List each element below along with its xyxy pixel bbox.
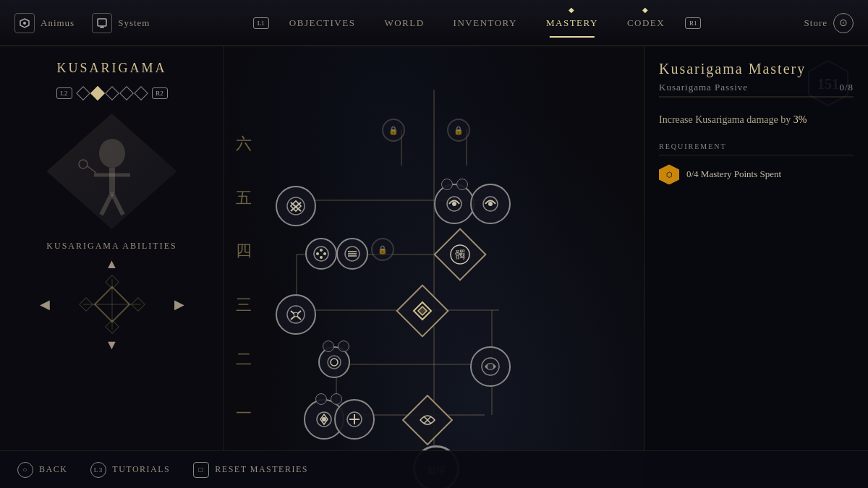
skill-row4-node2 [336, 238, 368, 270]
requirement-row: ⬡ 0/4 Mastery Points Spent [659, 164, 854, 184]
tab-inventory[interactable]: Inventory [442, 12, 529, 35]
tab-mastery[interactable]: ◆ Mastery [535, 12, 610, 35]
svg-point-37 [488, 364, 493, 369]
store-button[interactable]: Store ⊙ [804, 13, 854, 33]
skill-row3-diamond[interactable] [404, 292, 441, 330]
l1-button[interactable]: L1 [253, 17, 269, 29]
nav-down-button[interactable]: ▼ [106, 338, 119, 351]
skill-row5-node1 [276, 186, 316, 226]
l2-button[interactable]: L2 [56, 87, 72, 99]
svg-point-60 [488, 202, 493, 206]
row1-dots [315, 393, 342, 405]
damage-percent: 3% [793, 114, 807, 125]
skill-row6-right[interactable]: 🔒 [447, 119, 470, 142]
nav-up-button[interactable]: ▲ [106, 257, 119, 270]
diamond-tab-0[interactable] [76, 86, 90, 100]
svg-point-43 [316, 252, 319, 255]
diamond-tab-3[interactable] [119, 86, 134, 100]
skill-row3-col1[interactable] [276, 294, 316, 335]
weapon-tabs: L2 R2 [56, 87, 168, 99]
mastery-subtitle-row: Kusarigama Passive 0/8 [659, 82, 854, 93]
mastery-description: Increase Kusarigama damage by 3% [659, 112, 854, 128]
row-label-3: 三 [236, 294, 252, 316]
system-menu[interactable]: System [92, 13, 150, 33]
tutorials-label: Tutorials [112, 464, 170, 475]
svg-line-13 [88, 166, 96, 173]
reset-label: Reset Masteries [215, 464, 308, 475]
weapon-figure [54, 121, 170, 222]
nav-right: Store ⊙ [804, 13, 854, 33]
system-label: System [118, 17, 150, 29]
back-button[interactable]: ○ Back [17, 462, 67, 478]
svg-point-45 [320, 249, 323, 252]
skill-row2-col2[interactable] [470, 346, 511, 387]
nav-right-button[interactable]: ▶ [174, 298, 184, 311]
svg-point-12 [79, 160, 88, 168]
back-icon: ○ [17, 462, 33, 478]
svg-line-11 [112, 193, 123, 215]
svg-point-28 [322, 417, 326, 421]
skill-row4-col1[interactable] [305, 238, 337, 270]
svg-point-7 [99, 139, 125, 168]
store-label: Store [804, 17, 827, 29]
requirement-label: REQUIREMENT [659, 142, 854, 155]
tab-objectives[interactable]: Objectives [278, 12, 367, 35]
skill-row5-col3[interactable] [470, 184, 511, 224]
svg-point-58 [452, 202, 456, 206]
row5-dots [441, 179, 468, 190]
tutorials-icon: L3 [90, 462, 106, 478]
diamond-tab-2[interactable] [105, 86, 119, 100]
progress-value: 0/8 [839, 82, 854, 93]
diamond-tab-1[interactable] [90, 86, 105, 100]
svg-rect-2 [98, 19, 106, 26]
svg-point-46 [320, 256, 323, 259]
mastery-tab-icon: ◆ [569, 6, 576, 14]
svg-point-34 [328, 356, 341, 369]
nav-left-button[interactable]: ◀ [40, 298, 50, 311]
row-label-4: 四 [236, 240, 252, 262]
skill-row5-node3 [470, 184, 511, 224]
tab-codex[interactable]: ◆ Codex [616, 12, 676, 35]
passive-label: Kusarigama Passive [659, 82, 748, 93]
svg-line-10 [101, 193, 112, 215]
cross-center [83, 279, 141, 330]
r1-button[interactable]: R1 [685, 17, 701, 29]
mastery-title: Kusarigama Mastery [659, 61, 854, 77]
skill-row4-lock[interactable]: 🔒 [371, 238, 394, 261]
weapon-title: KUSARIGAMA [56, 61, 166, 76]
skill-row6-left[interactable]: 🔒 [382, 119, 405, 142]
weapon-ability-label: Kusarigama Abilities [46, 241, 176, 252]
tab-world[interactable]: World [373, 12, 435, 35]
mastery-points-icon: ⬡ [659, 164, 679, 184]
svg-point-35 [331, 359, 338, 366]
nav-tabs: L1 Objectives World Inventory ◆ Mastery … [150, 12, 804, 35]
nav-left: Animus System [14, 13, 150, 33]
r2-button[interactable]: R2 [152, 87, 168, 99]
codex-tab-icon: ◆ [642, 6, 650, 14]
weapon-image [47, 114, 177, 229]
skill-row4-node1 [305, 238, 337, 270]
row-label-2: 二 [236, 348, 252, 370]
skill-tree: 六 五 四 三 二 一 習得 [224, 46, 644, 488]
bottom-bar: ○ Back L3 Tutorials □ Reset Masteries [0, 450, 868, 488]
animus-menu[interactable]: Animus [14, 13, 75, 33]
animus-label: Animus [41, 17, 75, 29]
svg-text:髑: 髑 [455, 249, 465, 260]
tutorials-button[interactable]: L3 Tutorials [90, 462, 170, 478]
row2-dots [323, 341, 349, 352]
store-icon: ⊙ [833, 13, 854, 33]
skill-row1-diamond[interactable] [409, 402, 446, 438]
row-label-6: 六 [236, 133, 252, 155]
reset-icon: □ [193, 462, 209, 478]
reset-button[interactable]: □ Reset Masteries [193, 462, 308, 478]
skill-row4-col2[interactable] [336, 238, 368, 270]
diamond-tab-4[interactable] [134, 86, 148, 100]
mastery-progress-bar [659, 96, 854, 98]
skill-row1-col2[interactable] [334, 399, 375, 440]
svg-point-44 [323, 252, 326, 255]
mastery-points-text: 0/4 Mastery Points Spent [686, 168, 781, 180]
right-panel: Kusarigama Mastery Kusarigama Passive 0/… [644, 46, 868, 488]
skill-row4-diamond[interactable]: 髑 [441, 236, 479, 273]
row-label-1: 一 [236, 403, 252, 424]
skill-row5-col1[interactable] [276, 186, 316, 226]
